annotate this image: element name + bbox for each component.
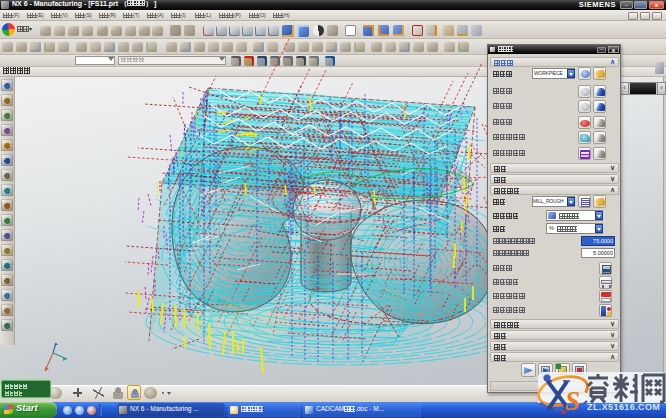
- svg-text:S: S: [565, 386, 580, 416]
